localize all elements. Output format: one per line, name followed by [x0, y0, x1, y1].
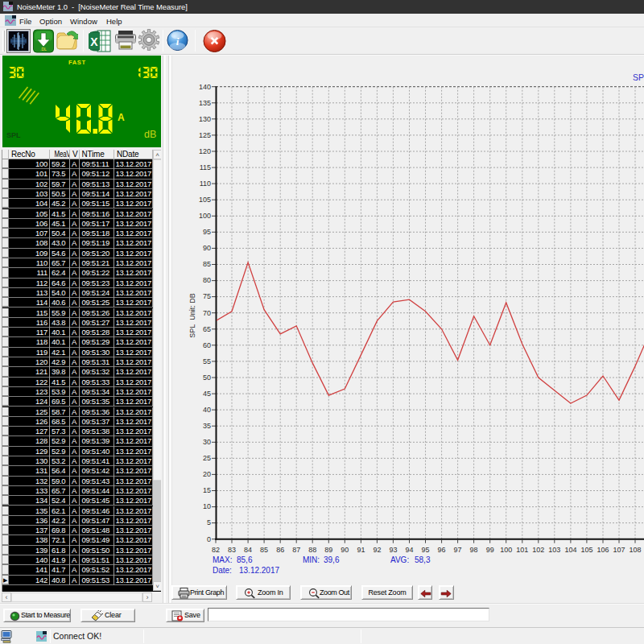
- svg-text:60: 60: [203, 341, 211, 349]
- svg-text:135: 135: [199, 99, 211, 107]
- svg-text:65: 65: [203, 325, 211, 333]
- svg-text:X: X: [90, 35, 98, 48]
- svg-text:70: 70: [203, 309, 211, 317]
- svg-text:100: 100: [500, 546, 512, 554]
- svg-text:84: 84: [244, 546, 252, 554]
- svg-text:125: 125: [199, 131, 211, 139]
- svg-text:104: 104: [564, 546, 576, 554]
- svg-text:99: 99: [486, 546, 494, 554]
- svg-text:98: 98: [470, 546, 478, 554]
- svg-text:90: 90: [341, 546, 349, 554]
- svg-text:110: 110: [200, 180, 211, 188]
- svg-text:5: 5: [207, 518, 211, 526]
- svg-text:85: 85: [203, 260, 211, 268]
- svg-text:107: 107: [613, 546, 625, 554]
- svg-text:88: 88: [308, 546, 316, 554]
- svg-text:103: 103: [548, 546, 560, 554]
- svg-text:95: 95: [203, 228, 211, 236]
- svg-text:102: 102: [532, 546, 544, 554]
- svg-text:85: 85: [260, 546, 268, 554]
- svg-text:94: 94: [405, 546, 413, 554]
- svg-text:106: 106: [597, 546, 609, 554]
- svg-text:86: 86: [276, 546, 284, 554]
- svg-text:10: 10: [203, 502, 211, 510]
- svg-text:.DL: .DL: [40, 47, 47, 52]
- svg-text:80: 80: [203, 276, 211, 284]
- svg-text:105: 105: [580, 546, 592, 554]
- svg-text:120: 120: [199, 147, 211, 155]
- svg-text:SPL Unit: DB: SPL Unit: DB: [188, 293, 196, 338]
- svg-text:100: 100: [199, 212, 211, 220]
- svg-text:96: 96: [438, 546, 446, 554]
- svg-text:50: 50: [203, 374, 211, 382]
- svg-text:15: 15: [203, 486, 211, 494]
- svg-text:SPL: SPL: [633, 72, 644, 82]
- svg-text:115: 115: [200, 163, 211, 171]
- svg-text:95: 95: [421, 546, 429, 554]
- svg-text:97: 97: [454, 546, 462, 554]
- svg-text:91: 91: [357, 546, 365, 554]
- svg-text:20: 20: [203, 470, 211, 478]
- svg-text:87: 87: [292, 546, 300, 554]
- svg-text:30: 30: [203, 438, 211, 446]
- svg-text:90: 90: [203, 244, 211, 252]
- svg-text:101: 101: [516, 546, 528, 554]
- svg-text:105: 105: [199, 196, 211, 204]
- svg-text:140: 140: [199, 83, 211, 91]
- svg-text:93: 93: [389, 546, 397, 554]
- svg-text:75: 75: [203, 292, 211, 300]
- svg-text:83: 83: [228, 546, 236, 554]
- svg-text:89: 89: [324, 546, 332, 554]
- svg-text:25: 25: [203, 454, 211, 462]
- svg-text:82: 82: [212, 546, 220, 554]
- svg-text:45: 45: [203, 390, 211, 398]
- svg-text:i: i: [176, 35, 180, 47]
- svg-text:40: 40: [203, 406, 211, 414]
- svg-text:55: 55: [203, 357, 211, 365]
- svg-text:0: 0: [207, 535, 211, 543]
- svg-text:35: 35: [203, 422, 211, 430]
- svg-text:130: 130: [199, 115, 211, 123]
- svg-text:92: 92: [373, 546, 381, 554]
- svg-text:108: 108: [629, 546, 641, 554]
